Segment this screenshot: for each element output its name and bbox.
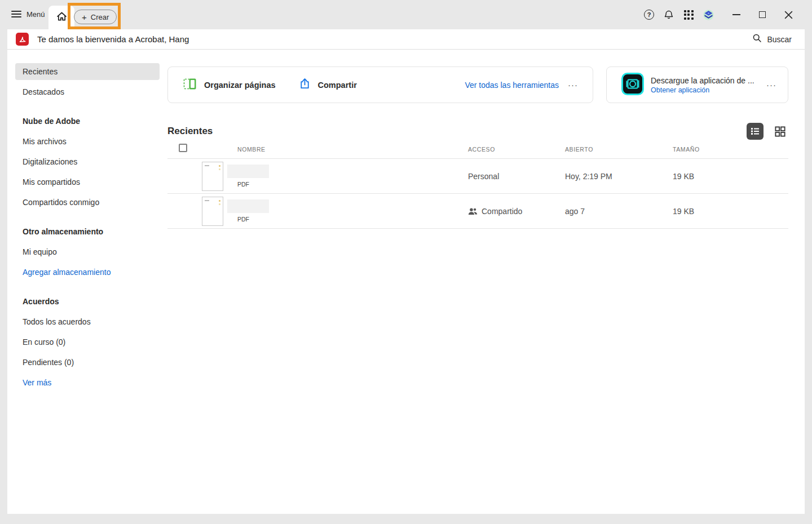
- main-content: Organizar páginas Compartir Ver todas la…: [167, 50, 805, 514]
- sidebar-item-todos-los-acuerdos[interactable]: Todos los acuerdos: [15, 313, 160, 330]
- home-tab[interactable]: [48, 6, 74, 29]
- pdf-thumbnail: [202, 162, 223, 191]
- pdf-thumbnail: [202, 197, 223, 226]
- opened-cell: ago 7: [565, 207, 673, 216]
- shared-people-icon: [468, 207, 478, 215]
- column-header-acceso[interactable]: ACCESO: [468, 146, 565, 153]
- promo-text: Descargue la aplicación de ... Obtener a…: [651, 76, 755, 94]
- file-row[interactable]: PDF Compartido: [167, 194, 788, 229]
- file-name-cell: PDF: [167, 162, 468, 191]
- sidebar-item-en-curso[interactable]: En curso (0): [15, 334, 160, 350]
- menu-label: Menú: [27, 10, 45, 19]
- welcome-title: Te damos la bienvenida a Acrobat, Hang: [37, 34, 189, 44]
- sidebar-item-mis-compartidos[interactable]: Mis compartidos: [15, 174, 160, 190]
- sidebar-item-recientes[interactable]: Recientes: [15, 63, 160, 80]
- titlebar: Menú + Crear ?: [0, 0, 812, 29]
- access-cell: Personal: [468, 172, 565, 181]
- menu-button[interactable]: Menú: [11, 9, 45, 19]
- size-cell: 19 KB: [673, 172, 788, 181]
- grid-view-toggle[interactable]: [771, 123, 788, 140]
- file-name-redacted: [227, 199, 269, 213]
- organize-pages-label: Organizar páginas: [204, 81, 276, 90]
- creative-cloud-icon[interactable]: [702, 8, 714, 21]
- quick-tools-card: Organizar páginas Compartir Ver todas la…: [167, 66, 593, 103]
- sidebar-item-mi-equipo[interactable]: Mi equipo: [15, 243, 160, 260]
- promo-more-options-icon[interactable]: ···: [766, 81, 776, 89]
- tools-more-options-icon[interactable]: ···: [568, 81, 578, 89]
- search-label: Buscar: [767, 35, 792, 44]
- app-surface: Te damos la bienvenida a Acrobat, Hang B…: [7, 29, 805, 514]
- sidebar-link-ver-mas[interactable]: Ver más: [15, 374, 160, 391]
- welcome-bar: Te damos la bienvenida a Acrobat, Hang B…: [7, 29, 805, 50]
- acrobat-logo-icon: [16, 33, 29, 46]
- scan-app-promo-card: Descargue la aplicación de ... Obtener a…: [606, 66, 788, 103]
- recent-section-header: Recientes: [167, 123, 788, 140]
- sidebar-group-nube-de-adobe: Nube de Adobe: [15, 113, 160, 130]
- column-header-abierto[interactable]: ABIERTO: [565, 146, 673, 153]
- create-label: Crear: [91, 13, 109, 21]
- sidebar-item-digitalizaciones[interactable]: Digitalizaciones: [15, 153, 160, 170]
- column-header-nombre[interactable]: NOMBRE: [237, 146, 468, 153]
- organize-pages-icon: [183, 77, 197, 94]
- list-view-toggle[interactable]: [747, 123, 764, 140]
- sidebar: Recientes Destacados Nube de Adobe Mis a…: [7, 50, 167, 514]
- share-button[interactable]: Compartir: [298, 77, 357, 92]
- minimize-button[interactable]: [723, 0, 749, 29]
- plus-icon: +: [82, 13, 87, 21]
- view-toggles: [747, 123, 788, 140]
- file-name-cell: PDF: [167, 197, 468, 226]
- share-icon: [298, 77, 311, 92]
- select-all-checkbox[interactable]: [179, 144, 187, 152]
- share-label: Compartir: [318, 81, 357, 90]
- sidebar-group-acuerdos: Acuerdos: [15, 293, 160, 310]
- organize-pages-button[interactable]: Organizar páginas: [183, 77, 276, 94]
- home-icon: [56, 11, 68, 25]
- get-app-link[interactable]: Obtener aplicación: [651, 86, 755, 94]
- sidebar-item-destacados[interactable]: Destacados: [15, 83, 160, 100]
- file-type-label: PDF: [237, 216, 269, 223]
- sidebar-item-compartidos-conmigo[interactable]: Compartidos conmigo: [15, 194, 160, 211]
- maximize-button[interactable]: [749, 0, 775, 29]
- size-cell: 19 KB: [673, 207, 788, 216]
- file-row[interactable]: PDF Personal Hoy, 2:19 PM 19 KB: [167, 159, 788, 194]
- notifications-bell-icon[interactable]: [663, 8, 675, 21]
- opened-cell: Hoy, 2:19 PM: [565, 172, 673, 181]
- file-type-label: PDF: [237, 181, 269, 188]
- recent-table-header: NOMBRE ACCESO ABIERTO TAMAÑO: [167, 140, 788, 159]
- view-all-tools-link[interactable]: Ver todas las herramientas: [465, 81, 559, 90]
- column-header-tamano[interactable]: TAMAÑO: [673, 146, 788, 153]
- recent-heading: Recientes: [167, 126, 213, 137]
- adobe-scan-app-icon: [621, 73, 644, 97]
- search-icon: [752, 33, 762, 45]
- close-button[interactable]: [775, 0, 801, 29]
- help-icon[interactable]: ?: [643, 8, 655, 21]
- access-cell: Compartido: [468, 207, 565, 216]
- promo-title: Descargue la aplicación de ...: [651, 76, 755, 85]
- sidebar-item-pendientes[interactable]: Pendientes (0): [15, 354, 160, 371]
- acrobat-window: Menú + Crear ?: [0, 0, 812, 524]
- sidebar-link-agregar-almacenamiento[interactable]: Agregar almacenamiento: [15, 264, 160, 281]
- sidebar-group-otro-almacenamiento: Otro almacenamiento: [15, 223, 160, 240]
- file-name-redacted: [227, 165, 269, 178]
- titlebar-icons: ?: [643, 0, 714, 29]
- create-button[interactable]: + Crear: [74, 10, 117, 24]
- window-controls: [723, 0, 801, 29]
- sidebar-item-mis-archivos[interactable]: Mis archivos: [15, 133, 160, 150]
- apps-grid-icon[interactable]: [682, 8, 695, 21]
- search-button[interactable]: Buscar: [752, 33, 792, 45]
- hamburger-icon: [11, 9, 21, 19]
